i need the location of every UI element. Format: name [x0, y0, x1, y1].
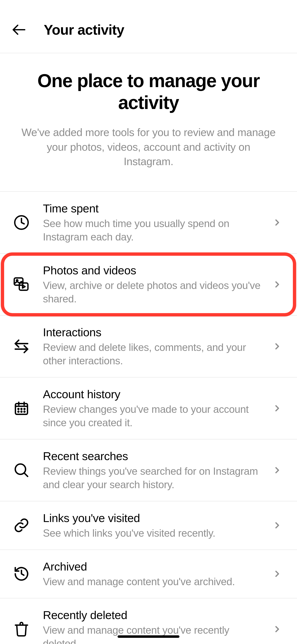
item-description: Review things you've searched for on Ins…: [43, 465, 261, 492]
chevron-right-icon: [272, 624, 282, 634]
item-title: Archived: [43, 559, 261, 574]
item-account-history[interactable]: Account history Review changes you've ma…: [0, 378, 297, 440]
clock-icon: [13, 214, 29, 230]
item-description: Review and delete likes, comments, and y…: [43, 341, 261, 368]
svg-point-14: [24, 408, 25, 410]
page-title: Your activity: [44, 22, 124, 38]
item-photos-videos[interactable]: Photos and videos View, archive or delet…: [0, 254, 297, 316]
item-description: View and manage content you've archived.: [43, 575, 261, 588]
item-description: Review changes you've made to your accou…: [43, 403, 261, 430]
intro-subheading: We've added more tools for you to review…: [21, 125, 276, 169]
item-recently-deleted[interactable]: Recently deleted View and manage content…: [0, 598, 297, 644]
item-recent-searches[interactable]: Recent searches Review things you've sea…: [0, 440, 297, 501]
item-title: Account history: [43, 387, 261, 402]
chevron-right-icon: [272, 569, 282, 579]
item-title: Links you've visited: [43, 511, 261, 525]
arrow-left-icon: [11, 22, 27, 37]
top-bar: Your activity: [0, 0, 297, 53]
chevron-right-icon: [272, 280, 282, 290]
intro-section: One place to manage your activity We've …: [0, 53, 297, 191]
svg-point-16: [21, 411, 22, 412]
calendar-icon: [13, 400, 29, 416]
chevron-right-icon: [272, 218, 282, 228]
svg-point-12: [18, 408, 19, 410]
item-title: Photos and videos: [43, 263, 261, 278]
item-description: View, archive or delete photos and video…: [43, 279, 261, 306]
chevron-right-icon: [272, 465, 282, 475]
svg-marker-5: [22, 285, 25, 288]
chevron-right-icon: [272, 342, 282, 351]
svg-point-15: [18, 411, 19, 412]
search-icon: [13, 462, 30, 478]
svg-point-13: [21, 408, 22, 410]
chevron-right-icon: [272, 403, 282, 413]
item-description: View and manage content you've recently …: [43, 624, 261, 644]
item-title: Interactions: [43, 325, 261, 340]
chevron-right-icon: [272, 520, 282, 530]
item-title: Recently deleted: [43, 608, 261, 622]
item-title: Recent searches: [43, 449, 261, 464]
activity-list: Time spent See how much time you usually…: [0, 191, 297, 644]
photos-videos-icon: [13, 276, 30, 293]
item-archived[interactable]: Archived View and manage content you've …: [0, 550, 297, 598]
svg-line-19: [24, 473, 28, 476]
item-time-spent[interactable]: Time spent See how much time you usually…: [0, 192, 297, 254]
history-icon: [13, 566, 30, 582]
item-description: See which links you've visited recently.: [43, 526, 261, 540]
trash-icon: [13, 621, 29, 637]
intro-heading: One place to manage your activity: [21, 70, 276, 114]
item-links-visited[interactable]: Links you've visited See which links you…: [0, 501, 297, 550]
swap-arrows-icon: [13, 338, 30, 354]
back-button[interactable]: [9, 20, 29, 40]
link-icon: [13, 517, 30, 534]
svg-rect-4: [19, 283, 28, 290]
item-title: Time spent: [43, 201, 261, 216]
svg-point-17: [24, 411, 25, 412]
item-interactions[interactable]: Interactions Review and delete likes, co…: [0, 316, 297, 378]
item-description: See how much time you usually spend on I…: [43, 217, 261, 244]
